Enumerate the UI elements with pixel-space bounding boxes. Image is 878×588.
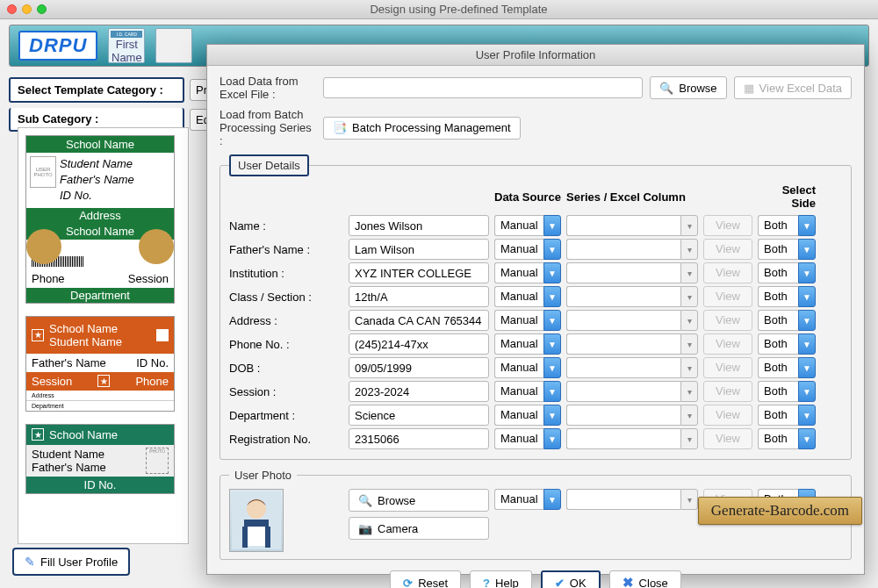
field-value-input[interactable] [349, 239, 489, 260]
field-row: Registration No.Manual▼▾ViewBoth▼ [229, 428, 842, 449]
data-source-select[interactable]: Manual▼ [494, 262, 561, 283]
tpl-school: School Name [26, 136, 174, 153]
side-select[interactable]: Both▼ [758, 357, 816, 378]
camera-button[interactable]: 📷Camera [349, 517, 489, 540]
series-select[interactable]: ▾ [566, 357, 698, 378]
minimize-window-icon[interactable] [22, 4, 32, 14]
chevron-down-icon: ▼ [798, 286, 816, 307]
grid-header: Data Source Series / Excel Column Select… [229, 183, 842, 210]
browse-photo-button[interactable]: 🔍Browse [349, 489, 489, 512]
side-select[interactable]: Both▼ [758, 428, 816, 449]
field-value-input[interactable] [349, 215, 489, 236]
field-label: Name : [229, 219, 343, 233]
load-excel-label: Load Data from Excel File : [220, 75, 316, 101]
person-photo-icon [232, 491, 281, 549]
close-button[interactable]: ✖Close [609, 570, 681, 588]
series-select[interactable]: ▾ [566, 286, 698, 307]
field-value-input[interactable] [349, 262, 489, 283]
dialog-footer: ⟳Reset ?Help ✔OK ✖Close [220, 570, 852, 588]
excel-path-input[interactable] [323, 77, 643, 98]
template-thumbnail[interactable]: School Name USER PHOTO Student Name Fath… [25, 135, 175, 304]
chevron-down-icon: ▼ [798, 239, 816, 260]
side-select[interactable]: Both▼ [758, 333, 816, 355]
series-select[interactable]: ▾ [566, 333, 698, 355]
chevron-down-icon: ▾ [680, 215, 698, 236]
star-icon: ★ [32, 428, 44, 441]
field-value-input[interactable] [349, 310, 489, 331]
chevron-down-icon: ▾ [680, 489, 698, 510]
chevron-down-icon: ▼ [543, 357, 561, 378]
series-select[interactable]: ▾ [566, 239, 698, 260]
side-select[interactable]: Both▼ [758, 405, 816, 426]
zoom-window-icon[interactable] [37, 4, 47, 14]
close-window-icon[interactable] [7, 4, 17, 14]
field-label: DOB : [229, 362, 343, 375]
template-category-label: Select Template Category : [9, 77, 184, 103]
batch-processing-button[interactable]: 📑Batch Processing Management [323, 117, 521, 140]
chevron-down-icon: ▾ [680, 239, 698, 260]
template-thumbnail[interactable]: ★School Name Student NameFather's NamePH… [25, 424, 175, 494]
series-select[interactable]: ▾ [566, 310, 698, 331]
data-source-select[interactable]: Manual▼ [494, 428, 561, 449]
svg-rect-4 [242, 527, 248, 548]
browse-excel-button[interactable]: 🔍Browse [650, 76, 726, 99]
edit-icon: ✎ [25, 555, 35, 569]
photo-data-source-select[interactable]: Manual▼ [494, 489, 561, 510]
user-photo-preview [229, 489, 284, 552]
side-select[interactable]: Both▼ [758, 310, 816, 331]
templates-panel[interactable]: School Name USER PHOTO Student Name Fath… [18, 127, 189, 544]
window-controls [7, 4, 47, 14]
template-thumbnail[interactable]: ★School NameStudent Name Father's NameID… [25, 316, 175, 412]
data-source-select[interactable]: Manual▼ [494, 286, 561, 307]
data-source-select[interactable]: Manual▼ [494, 215, 561, 236]
field-label: Session : [229, 385, 343, 398]
chevron-down-icon: ▼ [798, 405, 816, 426]
reset-button[interactable]: ⟳Reset [390, 570, 461, 588]
chevron-down-icon: ▼ [543, 310, 561, 331]
data-source-select[interactable]: Manual▼ [494, 239, 561, 260]
help-button[interactable]: ?Help [470, 570, 532, 588]
field-label: Class / Section : [229, 290, 343, 304]
side-select[interactable]: Both▼ [758, 262, 816, 283]
side-select[interactable]: Both▼ [758, 215, 816, 236]
data-source-select[interactable]: Manual▼ [494, 357, 561, 378]
field-value-input[interactable] [349, 428, 489, 449]
chevron-down-icon: ▼ [798, 428, 816, 449]
user-details-legend: User Details [229, 154, 309, 176]
series-select[interactable]: ▾ [566, 262, 698, 283]
chevron-down-icon: ▼ [798, 310, 816, 331]
watermark-badge: Generate-Barcode.com [698, 497, 862, 525]
photo-series-select[interactable]: ▾ [566, 489, 698, 510]
series-select[interactable]: ▾ [566, 215, 698, 236]
chevron-down-icon: ▼ [798, 357, 816, 378]
ok-button[interactable]: ✔OK [541, 570, 601, 588]
view-button: View [703, 333, 752, 355]
data-source-select[interactable]: Manual▼ [494, 310, 561, 331]
field-label: Institution : [229, 267, 343, 280]
field-value-input[interactable] [349, 357, 489, 378]
data-source-select[interactable]: Manual▼ [494, 381, 561, 402]
series-select[interactable]: ▾ [566, 381, 698, 402]
batch-icon: 📑 [333, 121, 347, 134]
field-value-input[interactable] [349, 381, 489, 402]
data-source-select[interactable]: Manual▼ [494, 333, 561, 355]
field-value-input[interactable] [349, 286, 489, 307]
brand-logo: DRPU [18, 31, 97, 61]
side-select[interactable]: Both▼ [758, 381, 816, 402]
window-title: Design using Pre-defined Template [47, 3, 871, 16]
field-row: Class / Section :Manual▼▾ViewBoth▼ [229, 286, 842, 307]
chevron-down-icon: ▾ [680, 381, 698, 402]
data-source-select[interactable]: Manual▼ [494, 405, 561, 426]
view-excel-data-button[interactable]: ▦View Excel Data [734, 76, 852, 99]
series-select[interactable]: ▾ [566, 405, 698, 426]
chevron-down-icon: ▾ [680, 357, 698, 378]
tpl-photo: USER PHOTO [30, 156, 56, 188]
field-value-input[interactable] [349, 333, 489, 355]
svg-rect-5 [265, 527, 270, 548]
field-value-input[interactable] [349, 405, 489, 426]
side-select[interactable]: Both▼ [758, 239, 816, 260]
fill-user-profile-button[interactable]: ✎ Fill User Profile [12, 548, 130, 576]
side-select[interactable]: Both▼ [758, 286, 816, 307]
series-select[interactable]: ▾ [566, 428, 698, 449]
chevron-down-icon: ▼ [798, 381, 816, 402]
